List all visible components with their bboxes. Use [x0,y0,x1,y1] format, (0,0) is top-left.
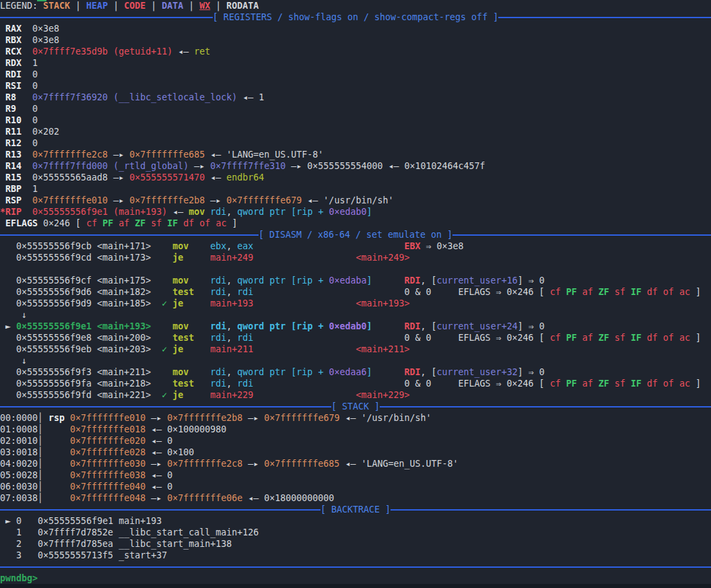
operands: rdi [210,333,226,343]
operands: rdi [210,207,226,217]
pointer-target: 0×7fffffffe685 [129,150,205,160]
text-segment: qword ptr [rip + [237,367,329,377]
disasm-main-200: 0×55555556f9e8 <main+200> test rdi, rdi … [0,332,711,344]
operands: main+249 [210,253,356,263]
stack-row-6: 06:0030│ 0×7fffffffe040 ◂— 0 [0,481,711,492]
text-segment: , [226,287,237,297]
text-segment: ] [226,218,237,228]
text-segment [65,413,70,423]
pointer-target-2: 0×7fffffffe679 [226,195,302,205]
legend-heap: HEAP [86,1,108,11]
stack-offset: 01:0008│ [0,424,70,434]
text-segment: PF [566,287,582,297]
operands: main+229 [210,390,356,400]
text-segment: ac [679,333,690,343]
text-segment: IF [631,333,647,343]
stack-offset: 06:0030│ [0,482,70,492]
text-segment: of [199,218,215,228]
mnemonic: mov [172,367,189,377]
rule-registers: [ REGISTERS / show-flags on / show-compa… [0,11,711,23]
text-segment: PF [102,218,118,228]
stack-address: 0×7fffffffe028 [70,447,145,457]
register-name: EFLAGS [5,218,38,228]
disasm-main-218: 0×55555556f9fa <main+218> test rdi, rdi … [0,378,711,389]
operands: rdi [210,287,226,297]
text-segment: ac [679,287,690,297]
text-segment: , [226,367,237,377]
frame-number: 3 [0,550,38,560]
branch-taken-check: ✓ [162,344,172,354]
text-segment: ZF [599,379,615,389]
text-segment: , [ [421,275,437,286]
stack-offset: 07:0038│ [0,493,70,503]
register-name: R13 [0,150,32,160]
stack-value: ◂— 0×100 [145,447,194,457]
address: 0×55555556f9e8 <main+200> [0,333,172,343]
text-segment [151,321,172,331]
stack-value: ◂— 0×18000000000 [242,493,334,503]
address: 0×55555556f9cf <main+175> [0,275,172,286]
frame-number: 1 [0,527,38,537]
mnemonic: je [172,253,183,263]
text-segment: df [183,218,199,228]
disasm-main-221: 0×55555556f9fd <main+221> ✓ je main+229 … [0,389,711,401]
disasm-current: ► 0×55555556f9e1 <main+193> mov rdi, qwo… [0,321,711,332]
disasm-main-203: 0×55555556f9eb <main+203> ✓ je main+211 … [0,344,711,355]
register-name: R11 [0,127,32,137]
text-segment: cf [550,379,566,389]
annotation-value: ] ⇒ 0 [518,367,545,377]
text-segment: | [210,1,226,11]
reg-r15: R15 0×55555565aad8 —▸ 0×555555571470 ◂— … [0,172,711,183]
text-segment: ZF [599,287,615,297]
stack-row-3: 03:0018│ 0×7fffffffe028 ◂— 0×100 [0,447,711,458]
frame-location: 0×5555555713f5 _start+37 [38,550,167,560]
text-segment: ◂— [172,46,194,57]
text-segment: , [ [421,321,437,331]
address: 0×55555556f9fa <main+218> [0,379,172,389]
text-segment: ◂— [167,207,189,217]
register-name: RSI [0,81,32,91]
text-segment [189,321,210,331]
frame-location: 0×55555556f9e1 main+193 [38,516,162,526]
register-name: R14 [0,161,32,171]
stack-value: ◂— 0 [145,436,172,446]
pointer-target-2: 0×7fffffffe679 [264,413,339,423]
operands: ebx [210,241,226,251]
register-name: R8 [0,92,32,102]
section-rule-line [498,17,711,18]
mnemonic: je [172,298,183,308]
text-segment [0,218,5,228]
text-segment: | [70,1,86,11]
text-segment: PF [566,333,582,343]
annotation-register: RDI [405,367,421,377]
text-segment: ] [690,333,701,343]
stack-row-7: 07:0038│ 0×7fffffffe048 —▸ 0×7fffffffe06… [0,492,711,504]
stack-address: 0×7fffffffe038 [70,470,145,480]
text-segment: 0×edaa6 [329,367,366,377]
reg-rip: *RIP 0×55555556f9e1 (main+193) ◂— mov rd… [0,206,711,218]
text-segment [194,333,210,343]
text-segment: , [226,207,237,217]
text-segment: IF [167,218,183,228]
text-segment: df [647,333,663,343]
deref-value: ret [194,46,210,57]
jump-arrow: ↓ [0,356,27,366]
stack-value: ◂— 0×100000980 [145,424,226,434]
stack-address: 0×7fffffffe040 [70,482,145,492]
text-segment: IF [631,379,647,389]
backtrace-frame-0: ► 0 0×55555556f9e1 main+193 [0,515,711,527]
text-segment: —▸ [242,459,264,469]
pointer-target: 0×7fffffffe2c8 [167,459,242,469]
text-segment [372,321,404,331]
current-instruction-marker: ► [0,321,16,331]
address: 0×55555556f9f3 <main+211> [0,367,172,377]
register-name: RBP [0,184,32,194]
disasm-jump-arrow-2: ↓ [0,355,711,366]
text-segment [189,241,210,251]
frame-location: 0×7ffff7d785ea __libc_start_main+138 [38,539,232,549]
text-segment: ac [679,379,690,389]
terminal[interactable]: LEGEND: STACK | HEAP | CODE | DATA | WX … [0,0,711,588]
mnemonic: je [172,344,183,354]
disasm-main-175: 0×55555556f9cf <main+175> mov rdi, qword… [0,275,711,286]
register-name: R15 [0,172,32,183]
